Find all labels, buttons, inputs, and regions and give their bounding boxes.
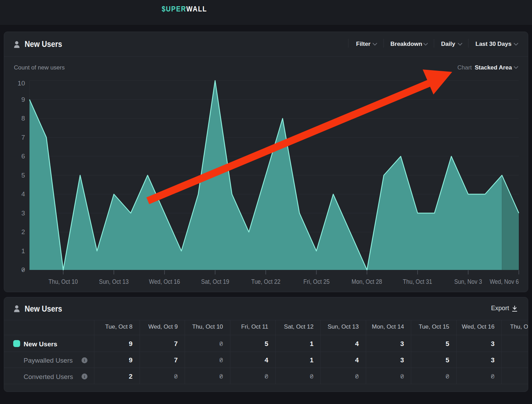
svg-text:i: i bbox=[84, 374, 85, 379]
svg-text:i: i bbox=[84, 358, 85, 362]
